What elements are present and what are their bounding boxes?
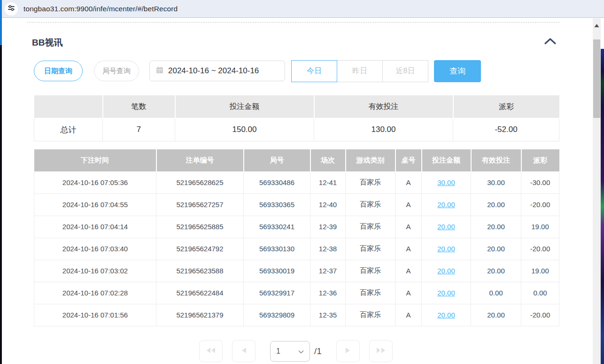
cell-session: 12-35 bbox=[310, 304, 346, 326]
scrollbar[interactable] bbox=[593, 18, 601, 364]
summary-bet-amount-value: 150.00 bbox=[175, 118, 314, 141]
cell-bet-id: 521965628625 bbox=[156, 171, 244, 194]
triangle-up-icon[interactable] bbox=[594, 21, 599, 25]
quick-date-group: 今日 昨日 近8日 bbox=[291, 60, 428, 82]
col-header-bet-amount: 投注金额 bbox=[422, 149, 471, 171]
summary-table: 笔数 投注金额 有效投注 派彩 总计 7 150.00 130.00 -52.0… bbox=[34, 95, 559, 141]
summary-header-blank bbox=[34, 95, 103, 118]
first-page-button[interactable] bbox=[199, 340, 223, 362]
cell-session: 12-36 bbox=[310, 282, 346, 304]
cell-table-no: A bbox=[395, 171, 422, 194]
bet-amount-link[interactable]: 30.00 bbox=[437, 178, 455, 186]
collapse-panel-button[interactable] bbox=[544, 38, 557, 47]
tab-date-query[interactable]: 日期查询 bbox=[34, 61, 83, 81]
cell-bet-time: 2024-10-16 07:05:36 bbox=[34, 171, 156, 194]
browser-address-bar[interactable]: tongbao31.com:9900/infe/mcenter/#/betRec… bbox=[1, 0, 604, 18]
prev-page-button[interactable] bbox=[232, 340, 256, 362]
bet-amount-link[interactable]: 20.00 bbox=[437, 267, 455, 275]
summary-row: 总计 7 150.00 130.00 -52.00 bbox=[34, 118, 559, 141]
summary-count-value: 7 bbox=[103, 118, 175, 141]
cell-valid-bet: 20.00 bbox=[471, 216, 521, 238]
cell-game-type: 百家乐 bbox=[346, 238, 395, 260]
url-text: tongbao31.com:9900/infe/mcenter/#/betRec… bbox=[23, 5, 178, 13]
cell-round-id: 569329809 bbox=[244, 304, 310, 326]
cell-round-id: 569330241 bbox=[244, 216, 310, 238]
cell-valid-bet: 20.00 bbox=[471, 260, 521, 282]
cell-valid-bet: 20.00 bbox=[471, 238, 521, 260]
chevron-up-icon bbox=[544, 39, 557, 46]
tab-round-query[interactable]: 局号查询 bbox=[94, 61, 139, 81]
cell-round-id: 569330486 bbox=[244, 171, 310, 194]
summary-valid-bet-value: 130.00 bbox=[314, 118, 453, 141]
cell-round-id: 569329917 bbox=[244, 282, 310, 304]
cell-bet-amount: 20.00 bbox=[422, 282, 471, 304]
cell-bet-time: 2024-10-16 07:02:28 bbox=[34, 282, 156, 304]
page-select-value: 1 bbox=[276, 347, 298, 356]
site-settings-icon bbox=[8, 4, 15, 14]
summary-header-count: 笔数 bbox=[103, 95, 175, 118]
bet-amount-link[interactable]: 20.00 bbox=[437, 289, 455, 297]
search-button[interactable]: 查询 bbox=[434, 60, 481, 82]
cell-table-no: A bbox=[395, 194, 422, 216]
table-row: 2024-10-16 07:04:55521965627257569330365… bbox=[34, 194, 559, 216]
cell-payout: 19.00 bbox=[521, 260, 559, 282]
cell-game-type: 百家乐 bbox=[346, 194, 395, 216]
cell-bet-time: 2024-10-16 07:04:55 bbox=[34, 194, 156, 216]
page-total-label: /1 bbox=[314, 346, 322, 356]
scrollbar-thumb[interactable] bbox=[593, 39, 600, 118]
cell-bet-id: 521965623588 bbox=[156, 260, 244, 282]
col-header-bet-time: 下注时间 bbox=[34, 149, 156, 171]
dashed-divider bbox=[27, 22, 560, 23]
next-page-button[interactable] bbox=[336, 340, 360, 362]
cell-payout: -30.00 bbox=[521, 171, 559, 194]
col-header-game-type: 游戏类别 bbox=[346, 149, 395, 171]
col-header-round-id: 局号 bbox=[244, 149, 310, 171]
summary-header-payout: 派彩 bbox=[453, 95, 559, 118]
window-edge-left-top bbox=[0, 0, 2, 45]
page-select[interactable]: 1 bbox=[270, 341, 310, 362]
cell-session: 12-41 bbox=[310, 171, 346, 194]
today-button[interactable]: 今日 bbox=[291, 60, 337, 82]
cell-bet-time: 2024-10-16 07:03:40 bbox=[34, 238, 156, 260]
table-row: 2024-10-16 07:05:36521965628625569330486… bbox=[34, 171, 559, 194]
arrow-right-icon bbox=[345, 347, 351, 356]
cell-round-id: 569330019 bbox=[244, 260, 310, 282]
bet-amount-link[interactable]: 20.00 bbox=[437, 311, 455, 319]
cell-game-type: 百家乐 bbox=[346, 260, 395, 282]
cell-session: 12-39 bbox=[310, 216, 346, 238]
cell-session: 12-38 bbox=[310, 238, 346, 260]
cell-game-type: 百家乐 bbox=[346, 282, 395, 304]
col-header-valid-bet: 有效投注 bbox=[471, 149, 521, 171]
table-row: 2024-10-16 07:03:02521965623588569330019… bbox=[34, 260, 559, 282]
bet-amount-link[interactable]: 20.00 bbox=[437, 201, 455, 209]
yesterday-button[interactable]: 昨日 bbox=[337, 60, 383, 82]
cell-valid-bet: 0.00 bbox=[471, 282, 521, 304]
last-page-button[interactable] bbox=[369, 340, 393, 362]
summary-total-label: 总计 bbox=[34, 118, 103, 141]
table-row: 2024-10-16 07:01:56521965621379569329809… bbox=[34, 304, 559, 326]
date-range-input[interactable]: 2024-10-16 ~ 2024-10-16 bbox=[149, 61, 285, 81]
window-edge-left-bottom bbox=[0, 45, 2, 364]
cell-payout: -20.00 bbox=[521, 238, 559, 260]
window-edge-right bbox=[601, 49, 604, 364]
pagination: 1 /1 bbox=[199, 340, 393, 362]
cell-payout: 19.00 bbox=[521, 216, 559, 238]
site-settings-button[interactable] bbox=[5, 2, 18, 15]
col-header-payout: 派彩 bbox=[521, 149, 559, 171]
last-8-days-button[interactable]: 近8日 bbox=[382, 60, 428, 82]
summary-header-valid-bet: 有效投注 bbox=[314, 95, 453, 118]
cell-bet-id: 521965622484 bbox=[156, 282, 244, 304]
double-arrow-right-icon bbox=[376, 347, 386, 356]
cell-table-no: A bbox=[395, 304, 422, 326]
cell-payout: -20.00 bbox=[521, 304, 559, 326]
bet-amount-link[interactable]: 20.00 bbox=[437, 245, 455, 253]
cell-payout: 0.00 bbox=[521, 282, 559, 304]
cell-session: 12-37 bbox=[310, 260, 346, 282]
cell-table-no: A bbox=[395, 282, 422, 304]
cell-bet-id: 521965624792 bbox=[156, 238, 244, 260]
bet-amount-link[interactable]: 20.00 bbox=[437, 223, 455, 231]
page-title: BB视讯 bbox=[32, 37, 62, 49]
cell-bet-id: 521965625885 bbox=[156, 216, 244, 238]
cell-bet-amount: 20.00 bbox=[422, 194, 471, 216]
col-header-session: 场次 bbox=[310, 149, 346, 171]
